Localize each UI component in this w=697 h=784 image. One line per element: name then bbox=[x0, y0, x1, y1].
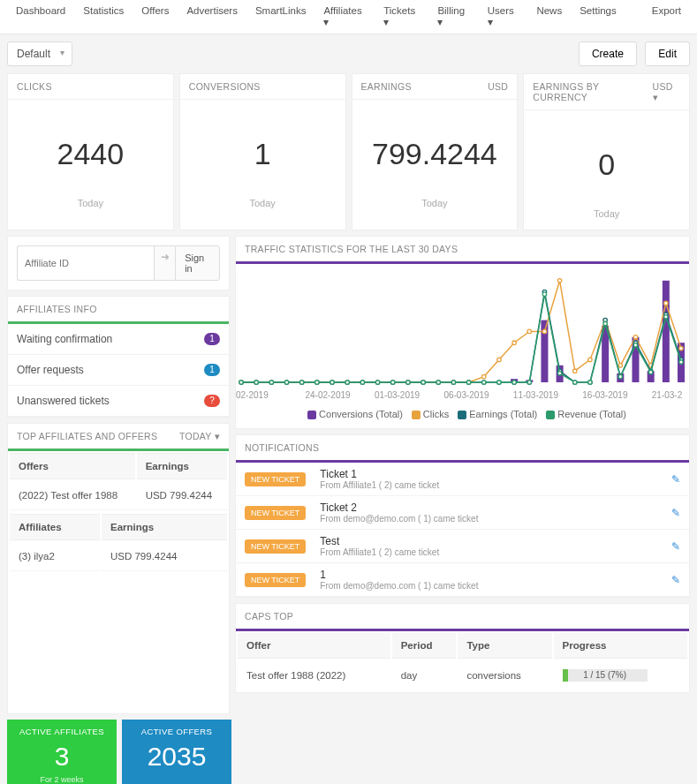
signin-button[interactable]: Sign in bbox=[175, 245, 220, 281]
notifications-panel: NOTIFICATIONS NEW TICKETTicket 1From Aff… bbox=[235, 434, 690, 598]
offers-header: Offers bbox=[10, 453, 135, 479]
svg-point-27 bbox=[497, 358, 501, 361]
caps-header: Period bbox=[392, 633, 457, 659]
svg-point-78 bbox=[360, 381, 364, 384]
top-nav: DashboardStatisticsOffersAdvertisersSmar… bbox=[0, 0, 697, 34]
affiliates-info-panel: AFFILIATES INFO Waiting confirmation1Off… bbox=[7, 296, 230, 418]
tile-sub bbox=[122, 772, 231, 775]
tile-sub: For 2 weeks bbox=[7, 772, 117, 784]
notification-row: NEW TICKETTicket 2From demo@demo.com ( 1… bbox=[236, 496, 689, 530]
nav-item-settings[interactable]: Settings bbox=[571, 0, 625, 34]
caps-progress-cell: 1 / 15 (7%) bbox=[554, 660, 687, 690]
top-aff-period-select[interactable]: TODAY ▾ bbox=[179, 431, 220, 441]
svg-point-99 bbox=[679, 360, 683, 364]
view-select[interactable]: Default bbox=[7, 41, 72, 66]
svg-point-82 bbox=[421, 381, 425, 384]
nav-item-news[interactable]: News bbox=[527, 0, 571, 34]
edit-icon[interactable]: ✎ bbox=[671, 540, 680, 553]
nav-item-tickets-[interactable]: Tickets ▾ bbox=[375, 0, 428, 34]
svg-point-95 bbox=[618, 374, 622, 378]
earnings-header: Earnings bbox=[102, 514, 227, 540]
svg-point-76 bbox=[330, 381, 334, 384]
nav-item-smartlinks[interactable]: SmartLinks bbox=[246, 0, 315, 34]
svg-point-84 bbox=[451, 381, 455, 384]
kpi-extra[interactable]: USD ▾ bbox=[653, 81, 680, 102]
new-ticket-pill: NEW TICKET bbox=[245, 573, 306, 587]
svg-point-79 bbox=[375, 381, 379, 384]
table-row[interactable]: (2022) Test offer 1988USD 799.4244 bbox=[10, 481, 227, 510]
info-row[interactable]: Unanswered tickets? bbox=[8, 386, 229, 417]
caps-header: Progress bbox=[554, 633, 687, 659]
edit-button[interactable]: Edit bbox=[645, 41, 690, 66]
active-affiliates-tile[interactable]: ACTIVE AFFILIATES 3 For 2 weeks bbox=[7, 720, 117, 784]
create-button[interactable]: Create bbox=[579, 41, 637, 66]
affiliate-signin-panel: ➜ Sign in bbox=[7, 236, 230, 290]
nav-item-affiliates-[interactable]: Affiliates ▾ bbox=[314, 0, 375, 34]
nav-item-billing-[interactable]: Billing ▾ bbox=[428, 0, 478, 34]
nav-item-advertisers[interactable]: Advertisers bbox=[178, 0, 246, 34]
nav-item-export[interactable]: Export bbox=[643, 0, 690, 34]
earnings-header: Earnings bbox=[137, 453, 227, 479]
legend-swatch bbox=[546, 411, 555, 419]
kpi-value: 799.4244 bbox=[352, 100, 518, 198]
table-row[interactable]: (3) ilya2USD 799.4244 bbox=[10, 542, 227, 571]
notif-title: Ticket 2 bbox=[320, 501, 671, 514]
kpi-label: CLICKS bbox=[17, 81, 52, 92]
row-name: (2022) Test offer 1988 bbox=[10, 481, 135, 510]
kpi-footer: Today bbox=[524, 208, 689, 230]
svg-point-97 bbox=[648, 370, 652, 373]
kpi-extra: USD bbox=[488, 81, 508, 92]
nav-item-dashboard[interactable]: Dashboard bbox=[7, 0, 74, 34]
legend-label[interactable]: Revenue (Total) bbox=[557, 409, 626, 419]
kpi-row: CLICKS2440TodayCONVERSIONS1TodayEARNINGS… bbox=[0, 73, 697, 230]
notifications-title: NOTIFICATIONS bbox=[236, 435, 689, 463]
svg-point-75 bbox=[315, 381, 319, 384]
svg-point-70 bbox=[239, 381, 243, 384]
legend-swatch bbox=[458, 411, 466, 419]
legend-label[interactable]: Conversions (Total) bbox=[319, 409, 403, 419]
row-earnings: USD 799.4244 bbox=[137, 481, 227, 510]
svg-point-71 bbox=[254, 381, 258, 384]
edit-icon[interactable]: ✎ bbox=[671, 473, 680, 486]
caps-header: Type bbox=[458, 633, 551, 659]
chart-legend: Conversions (Total)ClicksEarnings (Total… bbox=[236, 403, 689, 428]
kpi-label: CONVERSIONS bbox=[189, 81, 261, 92]
svg-point-33 bbox=[588, 358, 592, 361]
nav-item-statistics[interactable]: Statistics bbox=[74, 0, 133, 34]
legend-swatch bbox=[307, 411, 316, 419]
svg-point-86 bbox=[482, 381, 486, 384]
info-row[interactable]: Waiting confirmation1 bbox=[8, 324, 229, 355]
tile-title: ACTIVE AFFILIATES bbox=[7, 720, 117, 736]
affiliate-id-input[interactable] bbox=[17, 245, 154, 281]
kpi-conversions: CONVERSIONS1Today bbox=[179, 73, 346, 230]
notification-row: NEW TICKET1From demo@demo.com ( 1) came … bbox=[236, 563, 689, 597]
svg-point-77 bbox=[345, 381, 349, 384]
notif-sub: From Affiliate1 ( 2) came ticket bbox=[320, 480, 671, 490]
new-ticket-pill: NEW TICKET bbox=[245, 539, 306, 554]
info-row[interactable]: Offer requests1 bbox=[8, 355, 229, 386]
svg-point-85 bbox=[466, 381, 470, 384]
edit-icon[interactable]: ✎ bbox=[671, 574, 680, 586]
kpi-label: EARNINGS BY CURRENCY bbox=[533, 81, 652, 102]
legend-label[interactable]: Earnings (Total) bbox=[469, 409, 537, 419]
active-offers-tile[interactable]: ACTIVE OFFERS 2035 bbox=[122, 720, 231, 784]
notif-sub: From demo@demo.com ( 1) came ticket bbox=[320, 514, 671, 524]
legend-label[interactable]: Clicks bbox=[423, 409, 449, 419]
nav-item-users-[interactable]: Users ▾ bbox=[479, 0, 528, 34]
edit-icon[interactable]: ✎ bbox=[671, 507, 680, 519]
nav-item-offers[interactable]: Offers bbox=[133, 0, 178, 34]
top-offers-table: OffersEarnings (2022) Test offer 1988USD… bbox=[8, 451, 229, 512]
svg-point-31 bbox=[557, 279, 561, 283]
notification-row: NEW TICKETTestFrom Affiliate1 ( 2) came … bbox=[236, 530, 689, 563]
info-label: Unanswered tickets bbox=[17, 395, 110, 407]
count-badge: 1 bbox=[204, 364, 220, 376]
top-aff-title: TOP AFFILIATES AND OFFERS bbox=[17, 431, 157, 441]
caps-period: day bbox=[392, 660, 457, 690]
notification-row: NEW TICKETTicket 1From Affiliate1 ( 2) c… bbox=[236, 463, 689, 496]
info-label: Waiting confirmation bbox=[17, 333, 112, 345]
signin-arrow-icon: ➜ bbox=[154, 245, 175, 281]
kpi-label: EARNINGS bbox=[361, 81, 412, 92]
toolbar: Default Create Edit bbox=[0, 34, 697, 73]
svg-point-80 bbox=[391, 381, 395, 384]
caps-title: CAPS TOP bbox=[236, 604, 689, 631]
